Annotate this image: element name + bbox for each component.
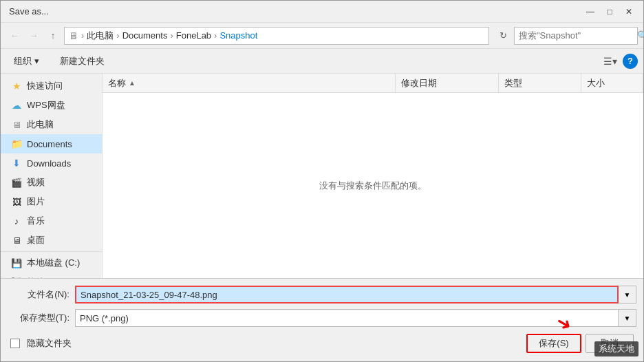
watermark: 系统天地	[594, 341, 638, 356]
forward-button[interactable]: →	[25, 28, 42, 44]
main-content: ★ 快速访问 ☁ WPS网盘 🖥 此电脑 📁 Documents	[1, 74, 643, 278]
breadcrumb-pc[interactable]: 此电脑	[87, 30, 114, 42]
filename-row: 文件名(N): ▼	[8, 284, 636, 305]
search-bar: 🔍	[514, 27, 638, 45]
sidebar-divider	[1, 251, 102, 252]
sidebar-item-documents[interactable]: 📁 Documents	[1, 134, 102, 153]
sidebar-item-videos[interactable]: 🎬 视频	[1, 173, 102, 192]
savetype-row: 保存类型(T): PNG (*.png) ▼	[8, 308, 636, 328]
music-icon: ♪	[10, 215, 23, 227]
refresh-button[interactable]: ↻	[495, 28, 511, 44]
cloud-icon: ☁	[10, 99, 23, 111]
sidebar-item-drive-d[interactable]: 💾 软件 (D:)	[1, 273, 102, 278]
new-folder-label: 新建文件夹	[60, 55, 105, 67]
hide-files-toggle[interactable]: 隐藏文件夹	[10, 337, 72, 350]
sidebar-item-label-pc: 此电脑	[27, 118, 54, 131]
chevron-down-icon-2: ▼	[624, 315, 631, 322]
col-type[interactable]: 类型	[499, 74, 581, 92]
breadcrumb-pc-icon: 🖥	[69, 30, 78, 41]
organize-button[interactable]: 组织 ▾	[6, 52, 47, 70]
up-button[interactable]: ↑	[45, 28, 61, 44]
maximize-button[interactable]: □	[601, 4, 619, 19]
video-icon: 🎬	[10, 176, 23, 189]
sidebar-item-label-wps: WPS网盘	[27, 99, 65, 111]
navigation-bar: ← → ↑ 🖥 › 此电脑 › Documents › FoneLab › Sn…	[1, 23, 643, 49]
sidebar-item-label-pictures: 图片	[27, 195, 45, 208]
search-input[interactable]	[519, 30, 634, 41]
save-button[interactable]: 保存(S)	[526, 334, 581, 353]
dialog-title: Save as...	[9, 6, 49, 17]
breadcrumb-sep-4: ›	[214, 30, 217, 41]
breadcrumb-sep-2: ›	[116, 30, 119, 41]
sidebar-item-label-c: 本地磁盘 (C:)	[27, 257, 80, 269]
breadcrumb-fonelab[interactable]: FoneLab	[176, 30, 211, 41]
footer-bar: 隐藏文件夹 ➜ 保存(S) 取消	[8, 331, 636, 356]
star-icon: ★	[10, 80, 23, 92]
filename-input[interactable]	[75, 286, 619, 304]
file-header: 名称 ▲ 修改日期 类型 大小	[103, 74, 643, 93]
file-empty-message: 没有与搜索条件匹配的项。	[103, 93, 643, 278]
savetype-value: PNG (*.png)	[80, 313, 129, 323]
title-bar: Save as... — □ ✕	[1, 1, 643, 23]
pc-icon: 🖥	[10, 118, 23, 131]
drive-c-icon: 💾	[10, 257, 23, 269]
toolbar: 组织 ▾ 新建文件夹 ☰▾ ?	[1, 49, 643, 74]
sidebar: ★ 快速访问 ☁ WPS网盘 🖥 此电脑 📁 Documents	[1, 74, 103, 278]
picture-icon: 🖼	[10, 195, 23, 208]
minimize-button[interactable]: —	[581, 4, 599, 19]
filename-label: 文件名(N):	[8, 288, 69, 301]
hide-files-checkbox[interactable]	[10, 339, 20, 348]
sidebar-item-pictures[interactable]: 🖼 图片	[1, 192, 102, 211]
title-bar-buttons: — □ ✕	[581, 4, 638, 19]
sidebar-item-drive-c[interactable]: 💾 本地磁盘 (C:)	[1, 253, 102, 273]
sidebar-item-label-downloads: Downloads	[27, 158, 71, 169]
breadcrumb-snapshot[interactable]: Snapshot	[219, 30, 257, 41]
sidebar-item-label-music: 音乐	[27, 215, 45, 227]
bottom-bar: 文件名(N): ▼ 保存类型(T): PNG (*.png) ▼	[1, 278, 643, 361]
sidebar-item-wps-cloud[interactable]: ☁ WPS网盘	[1, 96, 102, 115]
sidebar-inner: ★ 快速访问 ☁ WPS网盘 🖥 此电脑 📁 Documents	[1, 76, 102, 278]
col-name[interactable]: 名称 ▲	[103, 74, 396, 92]
savetype-dropdown-button[interactable]: ▼	[619, 309, 636, 327]
download-icon: ⬇	[10, 157, 23, 169]
col-size[interactable]: 大小	[581, 74, 643, 92]
sidebar-item-label-quick-access: 快速访问	[27, 80, 63, 92]
chevron-down-icon: ▼	[624, 291, 631, 299]
savetype-label: 保存类型(T):	[8, 312, 69, 324]
sort-arrow: ▲	[129, 79, 136, 87]
close-button[interactable]: ✕	[620, 4, 638, 19]
sidebar-item-label-desktop: 桌面	[27, 234, 45, 246]
search-icon: 🔍	[637, 30, 644, 41]
view-mode-button[interactable]: ☰▾	[602, 53, 619, 70]
organize-label: 组织 ▾	[14, 55, 39, 67]
col-date[interactable]: 修改日期	[396, 74, 499, 92]
help-button[interactable]: ?	[623, 54, 638, 69]
sidebar-item-music[interactable]: ♪ 音乐	[1, 211, 102, 231]
file-area: 名称 ▲ 修改日期 类型 大小 没有与搜索条件匹配的项。	[103, 74, 643, 278]
sidebar-item-label-documents: Documents	[27, 139, 72, 149]
breadcrumb-sep-3: ›	[170, 30, 173, 41]
folder-icon: 📁	[10, 138, 23, 150]
sidebar-item-quick-access[interactable]: ★ 快速访问	[1, 76, 102, 96]
back-button[interactable]: ←	[6, 28, 23, 44]
sidebar-item-label-videos: 视频	[27, 176, 45, 189]
sidebar-item-desktop[interactable]: 🖥 桌面	[1, 231, 102, 250]
filename-dropdown-button[interactable]: ▼	[619, 286, 636, 304]
sidebar-item-downloads[interactable]: ⬇ Downloads	[1, 153, 102, 173]
view-buttons: ☰▾ ?	[602, 53, 638, 70]
sidebar-item-this-pc[interactable]: 🖥 此电脑	[1, 115, 102, 134]
breadcrumb-bar[interactable]: 🖥 › 此电脑 › Documents › FoneLab › Snapshot	[64, 27, 489, 45]
new-folder-button[interactable]: 新建文件夹	[52, 52, 112, 70]
breadcrumb-documents[interactable]: Documents	[122, 30, 168, 41]
hide-files-label: 隐藏文件夹	[27, 337, 72, 350]
save-dialog: Save as... — □ ✕ ← → ↑ 🖥 › 此电脑 › Documen…	[0, 0, 644, 362]
breadcrumb-sep-1: ›	[81, 30, 84, 41]
desktop-icon: 🖥	[10, 234, 23, 246]
